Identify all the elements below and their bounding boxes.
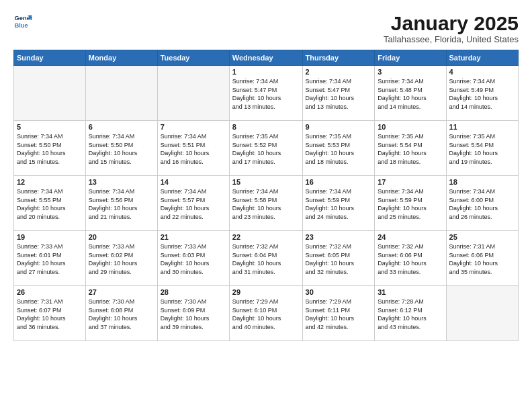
table-row: 22Sunrise: 7:32 AM Sunset: 6:04 PM Dayli…	[229, 231, 302, 286]
title-block: January 2025 Tallahassee, Florida, Unite…	[384, 12, 519, 44]
day-info: Sunrise: 7:34 AM Sunset: 5:56 PM Dayligh…	[89, 187, 154, 221]
day-info: Sunrise: 7:32 AM Sunset: 6:04 PM Dayligh…	[232, 242, 300, 276]
day-number: 20	[89, 233, 154, 241]
day-number: 5	[17, 123, 83, 131]
week-row: 1Sunrise: 7:34 AM Sunset: 5:47 PM Daylig…	[14, 66, 519, 121]
day-info: Sunrise: 7:31 AM Sunset: 6:07 PM Dayligh…	[17, 298, 83, 331]
table-row	[85, 66, 157, 121]
day-info: Sunrise: 7:29 AM Sunset: 6:10 PM Dayligh…	[232, 298, 300, 331]
day-number: 14	[161, 178, 226, 186]
day-info: Sunrise: 7:28 AM Sunset: 6:12 PM Dayligh…	[378, 298, 443, 331]
day-number: 24	[378, 233, 443, 241]
logo: General Blue	[13, 12, 32, 31]
day-number: 12	[17, 178, 83, 186]
col-sunday: Sunday	[14, 50, 86, 66]
day-info: Sunrise: 7:34 AM Sunset: 5:59 PM Dayligh…	[378, 187, 443, 221]
day-info: Sunrise: 7:34 AM Sunset: 6:00 PM Dayligh…	[449, 187, 515, 221]
day-info: Sunrise: 7:29 AM Sunset: 6:11 PM Dayligh…	[306, 298, 372, 331]
table-row: 10Sunrise: 7:35 AM Sunset: 5:54 PM Dayli…	[375, 121, 446, 176]
day-info: Sunrise: 7:33 AM Sunset: 6:01 PM Dayligh…	[17, 242, 83, 276]
header: General Blue January 2025 Tallahassee, F…	[13, 12, 519, 44]
day-number: 1	[232, 68, 300, 76]
day-info: Sunrise: 7:34 AM Sunset: 5:58 PM Dayligh…	[232, 187, 300, 221]
col-friday: Friday	[375, 50, 446, 66]
table-row: 4Sunrise: 7:34 AM Sunset: 5:49 PM Daylig…	[446, 66, 518, 121]
day-info: Sunrise: 7:34 AM Sunset: 5:49 PM Dayligh…	[449, 77, 515, 111]
table-row: 18Sunrise: 7:34 AM Sunset: 6:00 PM Dayli…	[446, 176, 518, 231]
day-number: 8	[232, 123, 300, 131]
day-number: 23	[306, 233, 372, 241]
table-row: 19Sunrise: 7:33 AM Sunset: 6:01 PM Dayli…	[14, 231, 86, 286]
day-info: Sunrise: 7:32 AM Sunset: 6:05 PM Dayligh…	[306, 242, 372, 276]
col-tuesday: Tuesday	[157, 50, 229, 66]
logo-icon: General Blue	[13, 12, 32, 31]
table-row	[157, 66, 229, 121]
table-row: 1Sunrise: 7:34 AM Sunset: 5:47 PM Daylig…	[229, 66, 302, 121]
day-number: 29	[232, 288, 300, 296]
day-info: Sunrise: 7:31 AM Sunset: 6:06 PM Dayligh…	[449, 242, 515, 276]
day-info: Sunrise: 7:34 AM Sunset: 5:48 PM Dayligh…	[378, 77, 443, 111]
table-row: 5Sunrise: 7:34 AM Sunset: 5:50 PM Daylig…	[14, 121, 86, 176]
day-number: 28	[161, 288, 226, 296]
day-info: Sunrise: 7:34 AM Sunset: 5:55 PM Dayligh…	[17, 187, 83, 221]
week-row: 19Sunrise: 7:33 AM Sunset: 6:01 PM Dayli…	[14, 231, 519, 286]
day-number: 19	[17, 233, 83, 241]
table-row: 26Sunrise: 7:31 AM Sunset: 6:07 PM Dayli…	[14, 286, 86, 341]
day-number: 18	[449, 178, 515, 186]
day-number: 16	[306, 178, 372, 186]
day-info: Sunrise: 7:35 AM Sunset: 5:52 PM Dayligh…	[232, 132, 300, 166]
col-wednesday: Wednesday	[229, 50, 302, 66]
table-row: 11Sunrise: 7:35 AM Sunset: 5:54 PM Dayli…	[446, 121, 518, 176]
table-row: 25Sunrise: 7:31 AM Sunset: 6:06 PM Dayli…	[446, 231, 518, 286]
day-number: 9	[306, 123, 372, 131]
day-info: Sunrise: 7:33 AM Sunset: 6:03 PM Dayligh…	[161, 242, 226, 276]
day-number: 15	[232, 178, 300, 186]
table-row: 13Sunrise: 7:34 AM Sunset: 5:56 PM Dayli…	[85, 176, 157, 231]
col-monday: Monday	[85, 50, 157, 66]
table-row: 12Sunrise: 7:34 AM Sunset: 5:55 PM Dayli…	[14, 176, 86, 231]
col-thursday: Thursday	[302, 50, 375, 66]
table-row: 15Sunrise: 7:34 AM Sunset: 5:58 PM Dayli…	[229, 176, 302, 231]
table-row: 24Sunrise: 7:32 AM Sunset: 6:06 PM Dayli…	[375, 231, 446, 286]
week-row: 12Sunrise: 7:34 AM Sunset: 5:55 PM Dayli…	[14, 176, 519, 231]
day-number: 2	[306, 68, 372, 76]
day-info: Sunrise: 7:34 AM Sunset: 5:51 PM Dayligh…	[161, 132, 226, 166]
header-row: Sunday Monday Tuesday Wednesday Thursday…	[14, 50, 519, 66]
table-row: 29Sunrise: 7:29 AM Sunset: 6:10 PM Dayli…	[229, 286, 302, 341]
day-info: Sunrise: 7:30 AM Sunset: 6:09 PM Dayligh…	[161, 298, 226, 331]
calendar: Sunday Monday Tuesday Wednesday Thursday…	[13, 50, 519, 341]
day-number: 6	[89, 123, 154, 131]
table-row: 30Sunrise: 7:29 AM Sunset: 6:11 PM Dayli…	[302, 286, 375, 341]
day-number: 4	[449, 68, 515, 76]
day-info: Sunrise: 7:34 AM Sunset: 5:50 PM Dayligh…	[89, 132, 154, 166]
day-info: Sunrise: 7:35 AM Sunset: 5:54 PM Dayligh…	[378, 132, 443, 166]
table-row	[14, 66, 86, 121]
table-row: 28Sunrise: 7:30 AM Sunset: 6:09 PM Dayli…	[157, 286, 229, 341]
day-number: 10	[378, 123, 443, 131]
day-number: 3	[378, 68, 443, 76]
day-info: Sunrise: 7:34 AM Sunset: 5:57 PM Dayligh…	[161, 187, 226, 221]
table-row: 2Sunrise: 7:34 AM Sunset: 5:47 PM Daylig…	[302, 66, 375, 121]
week-row: 5Sunrise: 7:34 AM Sunset: 5:50 PM Daylig…	[14, 121, 519, 176]
table-row: 17Sunrise: 7:34 AM Sunset: 5:59 PM Dayli…	[375, 176, 446, 231]
table-row: 8Sunrise: 7:35 AM Sunset: 5:52 PM Daylig…	[229, 121, 302, 176]
day-info: Sunrise: 7:34 AM Sunset: 5:59 PM Dayligh…	[306, 187, 372, 221]
day-info: Sunrise: 7:32 AM Sunset: 6:06 PM Dayligh…	[378, 242, 443, 276]
table-row	[446, 286, 518, 341]
day-info: Sunrise: 7:30 AM Sunset: 6:08 PM Dayligh…	[89, 298, 154, 331]
day-info: Sunrise: 7:35 AM Sunset: 5:53 PM Dayligh…	[306, 132, 372, 166]
svg-text:Blue: Blue	[15, 22, 28, 29]
day-number: 7	[161, 123, 226, 131]
day-number: 30	[306, 288, 372, 296]
page: General Blue January 2025 Tallahassee, F…	[0, 0, 532, 411]
month-title: January 2025	[384, 12, 519, 34]
table-row: 3Sunrise: 7:34 AM Sunset: 5:48 PM Daylig…	[375, 66, 446, 121]
table-row: 31Sunrise: 7:28 AM Sunset: 6:12 PM Dayli…	[375, 286, 446, 341]
week-row: 26Sunrise: 7:31 AM Sunset: 6:07 PM Dayli…	[14, 286, 519, 341]
day-number: 27	[89, 288, 154, 296]
day-info: Sunrise: 7:34 AM Sunset: 5:47 PM Dayligh…	[306, 77, 372, 111]
table-row: 21Sunrise: 7:33 AM Sunset: 6:03 PM Dayli…	[157, 231, 229, 286]
day-number: 11	[449, 123, 515, 131]
table-row: 20Sunrise: 7:33 AM Sunset: 6:02 PM Dayli…	[85, 231, 157, 286]
day-number: 13	[89, 178, 154, 186]
